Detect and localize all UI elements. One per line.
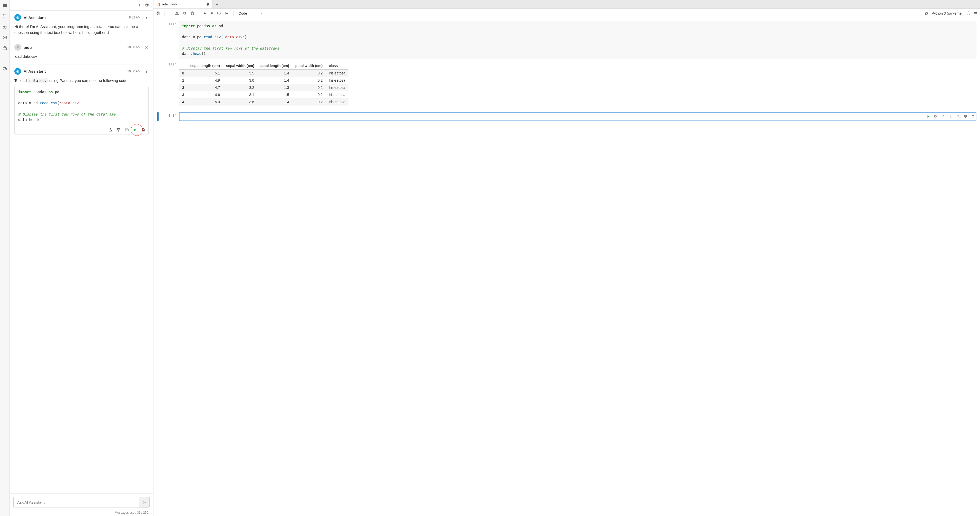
cut-button[interactable] <box>175 11 179 15</box>
restart-button[interactable] <box>217 11 221 15</box>
svg-rect-29 <box>157 14 159 15</box>
input-prompt: [1]: <box>161 21 179 59</box>
kernel-name[interactable]: Python 3 (ipykernel) <box>932 11 964 15</box>
svg-rect-39 <box>211 12 213 14</box>
sender-name: piotr <box>24 45 125 49</box>
move-up-button[interactable] <box>941 115 945 119</box>
message-delete-button[interactable] <box>145 45 149 49</box>
message-timestamp: 10:50 AM <box>127 70 140 73</box>
inline-code: data.csv <box>28 78 48 83</box>
svg-point-4 <box>3 16 3 16</box>
new-tab-button[interactable]: + <box>213 0 221 8</box>
list-icon[interactable] <box>2 13 8 19</box>
run-all-button[interactable] <box>224 11 229 15</box>
svg-rect-55 <box>935 115 937 117</box>
user-avatar-icon: P <box>14 44 21 51</box>
send-button[interactable] <box>139 497 150 508</box>
table-header <box>179 62 187 70</box>
menu-icon[interactable] <box>973 11 977 15</box>
svg-point-8 <box>17 18 18 18</box>
table-row: 24.73.21.30.2Iris-setosa <box>179 84 348 91</box>
run-button[interactable] <box>203 11 207 15</box>
svg-rect-17 <box>109 130 111 131</box>
paste-button[interactable] <box>190 11 194 15</box>
add-cell-button[interactable]: + <box>169 11 172 16</box>
insert-above-button[interactable] <box>956 115 960 119</box>
insert-above-button[interactable] <box>108 127 113 132</box>
chat-input[interactable] <box>14 497 139 508</box>
duplicate-cell-button[interactable] <box>934 115 938 119</box>
code-cell-active[interactable]: [ ]: <box>157 112 977 121</box>
ai-avatar-icon <box>14 14 21 21</box>
table-row: 45.03.61.40.2Iris-setosa <box>179 98 348 105</box>
text: using Pandas, you can use the following … <box>48 78 129 83</box>
dirty-indicator-icon <box>207 3 209 6</box>
variable-icon[interactable]: (x) <box>2 24 8 30</box>
svg-marker-53 <box>928 115 930 118</box>
svg-point-42 <box>926 13 928 14</box>
stop-button[interactable] <box>210 12 213 15</box>
svg-rect-22 <box>125 130 128 131</box>
notebook-tab[interactable]: ada.ipynb <box>153 0 213 8</box>
notebook-toolbar: + Code Python <box>153 9 980 18</box>
notebook-panel: ada.ipynb + + <box>153 0 980 516</box>
copy-code-button[interactable] <box>141 127 146 132</box>
chat-usage-footer: Messages used 33 / 250. <box>10 510 153 516</box>
svg-line-45 <box>927 12 928 13</box>
run-cell-button[interactable] <box>927 115 930 119</box>
chat-settings-button[interactable] <box>145 3 149 8</box>
notebook-file-icon <box>156 3 160 6</box>
chat-input-area <box>10 494 153 510</box>
delete-cell-button[interactable] <box>971 115 975 119</box>
activity-bar: (x) <box>0 0 10 516</box>
table-row: 34.63.11.50.2Iris-setosa <box>179 91 348 98</box>
sender-name: AI Assistant <box>24 15 127 20</box>
dataframe-table: sepal length (cm)sepal width (cm)petal l… <box>179 62 348 105</box>
svg-line-32 <box>176 12 178 14</box>
extensions-icon[interactable] <box>2 34 8 41</box>
debugger-button[interactable] <box>924 11 928 15</box>
svg-rect-28 <box>157 12 159 13</box>
code-cell[interactable]: [1]: import pandas as pd data = pd.read_… <box>157 21 977 59</box>
replace-cell-button[interactable] <box>124 127 129 132</box>
chat-toolbar: + <box>10 0 153 10</box>
copy-button[interactable] <box>183 11 187 15</box>
output-prompt: [1]: <box>161 61 179 105</box>
code-block: import pandas as pd data = pd.read_csv('… <box>14 86 148 126</box>
chat-panel: + AI Assistant 8:53 AM ⋮ Hi there! I'm A… <box>10 0 153 516</box>
svg-rect-60 <box>964 115 967 116</box>
new-chat-button[interactable]: + <box>138 2 141 8</box>
code-actions <box>14 126 148 135</box>
table-header: petal width (cm) <box>292 62 326 70</box>
svg-point-15 <box>18 71 18 72</box>
table-row: 14.93.01.40.2Iris-setosa <box>179 77 348 84</box>
insert-below-button[interactable] <box>964 115 967 119</box>
sender-name: AI Assistant <box>24 69 125 73</box>
run-code-button[interactable] <box>132 127 138 132</box>
table-header: petal length (cm) <box>258 62 292 70</box>
svg-point-5 <box>3 17 3 18</box>
save-button[interactable] <box>156 11 160 15</box>
message-menu-button[interactable]: ⋮ <box>145 69 149 73</box>
svg-marker-40 <box>225 12 227 14</box>
cell-type-select[interactable]: Code <box>238 11 264 16</box>
svg-point-3 <box>3 14 3 15</box>
text: To load <box>14 78 28 83</box>
table-header: sepal length (cm) <box>187 62 223 70</box>
svg-rect-35 <box>183 12 185 14</box>
svg-rect-25 <box>142 129 144 131</box>
code-input[interactable] <box>179 112 977 121</box>
message-menu-button[interactable]: ⋮ <box>145 15 149 19</box>
toolbox-icon[interactable] <box>2 45 8 51</box>
svg-rect-58 <box>957 117 959 118</box>
code-snippet: import pandas as pd data = pd.read_csv('… <box>14 86 149 135</box>
code-input[interactable]: import pandas as pd data = pd.read_csv('… <box>179 21 977 59</box>
message-body: Hi there! I'm AI Assistant, your program… <box>14 24 149 35</box>
folder-icon[interactable] <box>2 2 8 8</box>
message-body: load data.csv <box>14 54 149 60</box>
chat-icon[interactable] <box>2 66 8 72</box>
ai-avatar-icon <box>14 68 21 75</box>
move-down-button[interactable] <box>949 115 953 119</box>
tab-strip: ada.ipynb + <box>153 0 980 9</box>
insert-below-button[interactable] <box>116 127 121 132</box>
